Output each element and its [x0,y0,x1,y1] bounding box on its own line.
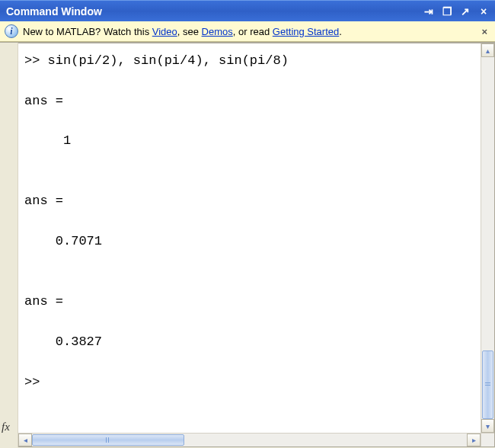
info-text-suffix: . [339,26,342,37]
workspace: fx >> sin(pi/2), sin(pi/4), sin(pi/8) an… [0,42,495,447]
info-bar: i New to MATLAB? Watch this Video, see D… [0,21,495,42]
command-editor[interactable]: >> sin(pi/2), sin(pi/4), sin(pi/8) ans =… [18,43,481,433]
prompt-2: >> [24,375,40,389]
video-link[interactable]: Video [152,26,177,37]
hscroll-thumb[interactable] [32,434,184,446]
info-message: New to MATLAB? Watch this Video, see Dem… [23,26,478,37]
scroll-right-button[interactable]: ▸ [467,434,481,446]
getting-started-link[interactable]: Getting Started [273,26,339,37]
ans-value-1: 1 [63,133,71,148]
info-text-mid1: , see [177,26,202,37]
scroll-down-button[interactable]: ▾ [481,419,494,433]
ans-value-2: 0.7071 [56,234,102,248]
info-text-prefix: New to MATLAB? Watch this [23,26,152,37]
ans-value-3: 0.3827 [56,334,102,349]
info-icon: i [5,24,18,38]
vscroll-thumb[interactable] [482,350,493,419]
hscroll-track[interactable] [32,434,467,446]
window-title: Command Window [6,5,419,18]
restore-icon[interactable]: ❐ [439,5,455,18]
ans-label-2: ans = [24,194,63,208]
ans-label-1: ans = [24,94,63,108]
ans-label-3: ans = [24,294,63,309]
vscroll-track[interactable] [481,57,494,419]
info-text-mid2: , or read [233,26,273,37]
scroll-up-button[interactable]: ▴ [481,43,494,57]
command-input: sin(pi/2), sin(pi/4), sin(pi/8) [48,53,289,68]
scroll-left-button[interactable]: ◂ [18,434,32,446]
dismiss-info-button[interactable]: × [478,26,490,37]
close-icon[interactable]: × [475,5,492,18]
horizontal-scrollbar[interactable]: ◂ ▸ [18,433,481,446]
gutter: fx [0,43,18,447]
editor-wrap: >> sin(pi/2), sin(pi/4), sin(pi/8) ans =… [18,43,495,447]
titlebar: Command Window ⇥ ❐ ↗ × [0,0,495,21]
prompt: >> [24,53,40,68]
undock-icon[interactable]: ↗ [457,5,474,18]
scroll-corner [481,433,494,446]
dock-icon[interactable]: ⇥ [420,5,437,18]
demos-link[interactable]: Demos [202,26,233,37]
vertical-scrollbar[interactable]: ▴ ▾ [481,43,494,433]
fx-icon[interactable]: fx [2,421,10,434]
